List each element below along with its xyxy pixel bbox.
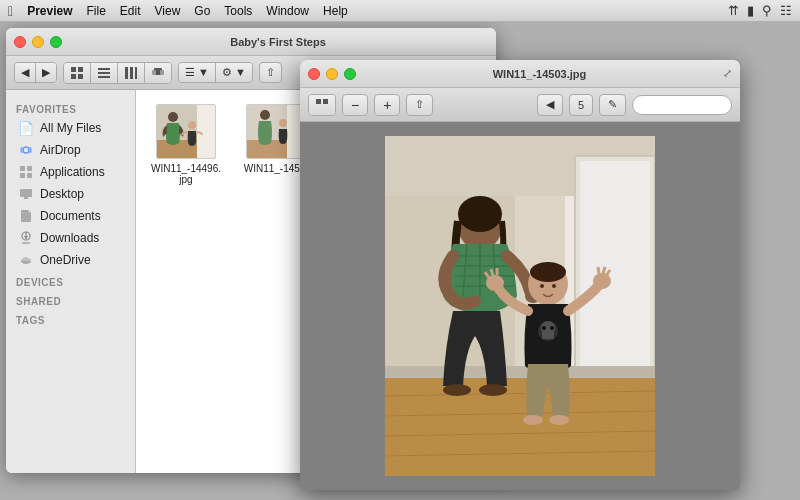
preview-content [300,122,740,490]
svg-rect-17 [27,173,32,178]
sidebar-item-all-my-files[interactable]: 📄 All My Files [8,117,133,139]
action-button[interactable]: ⚙ ▼ [216,63,252,82]
downloads-icon [18,230,34,246]
apple-menu[interactable]:  [8,3,13,19]
file-name-1: WIN11_-14496.jpg [150,163,222,185]
wifi-icon: ⇈ [728,3,739,18]
preview-maximize-button[interactable] [344,68,356,80]
tags-label: TAGS [6,309,135,328]
photo-image [385,136,655,476]
onedrive-icon [18,252,34,268]
menu-file[interactable]: File [87,4,106,18]
svg-rect-18 [20,189,32,197]
menu-window[interactable]: Window [266,4,309,18]
menu-go[interactable]: Go [194,4,210,18]
nav-btn-group: ◀ ▶ [14,62,57,83]
sidebar-item-label-desktop: Desktop [40,187,84,201]
menu-preview[interactable]: Preview [27,4,72,18]
search-icon[interactable]: ⚲ [762,3,772,18]
preview-expand-icon[interactable]: ⤢ [723,67,732,80]
airdrop-icon [18,142,34,158]
applications-icon [18,164,34,180]
back-button[interactable]: ◀ [15,63,36,82]
edit-button[interactable]: ✎ [599,94,626,116]
file-item-1[interactable]: WIN11_-14496.jpg [146,100,226,189]
svg-rect-2 [71,74,76,79]
svg-rect-16 [20,173,25,178]
menubar:  Preview File Edit View Go Tools Window… [0,0,800,22]
svg-point-13 [23,147,29,153]
sidebar: FAVORITES 📄 All My Files AirDrop [6,90,136,473]
svg-rect-6 [98,76,110,78]
favorites-label: FAVORITES [6,98,135,117]
share-button[interactable]: ⇧ [259,62,282,83]
svg-point-28 [188,121,196,129]
sidebar-item-documents[interactable]: Documents [8,205,133,227]
shared-label: SHARED [6,290,135,309]
view-btn-group [63,62,172,84]
sidebar-item-desktop[interactable]: Desktop [8,183,133,205]
preview-view-btn-group [308,94,336,116]
menu-help[interactable]: Help [323,4,348,18]
svg-rect-12 [160,70,164,75]
coverflow-view-button[interactable] [145,63,171,83]
share-preview-button[interactable]: ⇧ [406,94,433,116]
arrange-btn-group: ☰ ▼ ⚙ ▼ [178,62,253,83]
svg-point-32 [260,110,270,120]
finder-window-title: Baby's First Steps [68,36,488,48]
sidebar-item-label-all-my-files: All My Files [40,121,101,135]
preview-titlebar: WIN11_-14503.jpg ⤢ [300,60,740,88]
sidebar-item-label-downloads: Downloads [40,231,99,245]
zoom-in-button[interactable]: + [374,94,400,116]
preview-toolbar: − + ⇧ ◀ 5 ✎ [300,88,740,122]
preview-close-button[interactable] [308,68,320,80]
close-button[interactable] [14,36,26,48]
svg-rect-3 [78,74,83,79]
forward-button[interactable]: ▶ [36,63,56,82]
svg-rect-34 [316,99,321,104]
preview-search-input[interactable] [632,95,732,115]
menu-edit[interactable]: Edit [120,4,141,18]
svg-rect-72 [385,136,655,476]
menu-tools[interactable]: Tools [224,4,252,18]
finder-titlebar: Baby's First Steps [6,28,496,56]
minimize-button[interactable] [32,36,44,48]
all-my-files-icon: 📄 [18,120,34,136]
documents-icon [18,208,34,224]
zoom-out-button[interactable]: − [342,94,368,116]
column-view-button[interactable] [118,63,145,83]
svg-rect-14 [20,166,25,171]
preview-minimize-button[interactable] [326,68,338,80]
sidebar-item-label-airdrop: AirDrop [40,143,81,157]
preview-view-button[interactable] [309,95,335,115]
svg-point-33 [279,119,287,127]
sidebar-item-downloads[interactable]: Downloads [8,227,133,249]
preview-window-title: WIN11_-14503.jpg [362,68,717,80]
list-view-button[interactable] [91,63,118,83]
menubar-right: ⇈ ▮ ⚲ ☷ [728,3,792,18]
svg-rect-5 [98,72,110,74]
battery-icon: ▮ [747,3,754,18]
sidebar-item-label-applications: Applications [40,165,105,179]
svg-rect-7 [125,67,128,79]
sidebar-item-onedrive[interactable]: OneDrive [8,249,133,271]
maximize-button[interactable] [50,36,62,48]
devices-label: DEVICES [6,271,135,290]
image-counter: 5 [569,94,593,116]
prev-image-button[interactable]: ◀ [537,94,563,116]
sidebar-item-airdrop[interactable]: AirDrop [8,139,133,161]
menu-view[interactable]: View [155,4,181,18]
desktop-icon [18,186,34,202]
sidebar-item-applications[interactable]: Applications [8,161,133,183]
file-thumb-1 [156,104,216,159]
svg-rect-19 [24,197,28,199]
svg-rect-9 [135,67,137,79]
svg-rect-4 [98,68,110,70]
multiwindow-icon[interactable]: ☷ [780,3,792,18]
svg-rect-35 [323,99,328,104]
arrange-button[interactable]: ☰ ▼ [179,63,216,82]
svg-rect-1 [78,67,83,72]
icon-view-button[interactable] [64,63,91,83]
sidebar-item-label-documents: Documents [40,209,101,223]
svg-rect-0 [71,67,76,72]
